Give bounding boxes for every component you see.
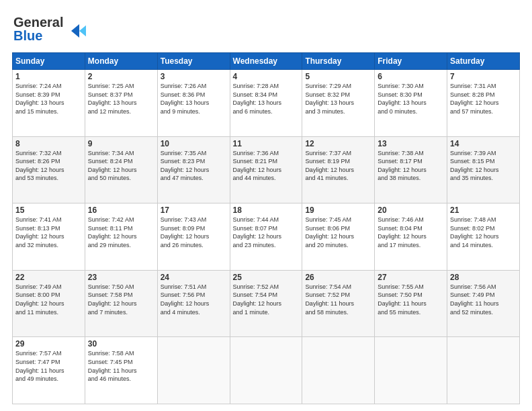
calendar-cell: 20Sunrise: 7:46 AMSunset: 8:04 PMDayligh… [375, 203, 447, 271]
day-info: Sunrise: 7:46 AMSunset: 8:04 PMDaylight:… [378, 216, 444, 249]
weekday-header-monday: Monday [85, 53, 157, 70]
day-info: Sunrise: 7:49 AMSunset: 8:00 PMDaylight:… [15, 283, 82, 316]
calendar-cell: 2Sunrise: 7:25 AMSunset: 8:37 PMDaylight… [85, 70, 157, 137]
day-number: 28 [450, 273, 517, 282]
day-info: Sunrise: 7:52 AMSunset: 7:54 PMDaylight:… [233, 283, 300, 316]
day-info: Sunrise: 7:50 AMSunset: 7:58 PMDaylight:… [88, 283, 154, 316]
day-number: 29 [15, 339, 82, 349]
day-info: Sunrise: 7:36 AMSunset: 8:21 PMDaylight:… [233, 149, 300, 183]
calendar-cell [302, 337, 375, 404]
day-number: 4 [233, 72, 300, 81]
day-info: Sunrise: 7:42 AMSunset: 8:11 PMDaylight:… [88, 216, 154, 249]
calendar-cell: 28Sunrise: 7:56 AMSunset: 7:49 PMDayligh… [447, 270, 520, 337]
day-info: Sunrise: 7:25 AMSunset: 8:37 PMDaylight:… [88, 82, 154, 116]
calendar-cell: 27Sunrise: 7:55 AMSunset: 7:50 PMDayligh… [375, 270, 447, 337]
day-info: Sunrise: 7:39 AMSunset: 8:15 PMDaylight:… [450, 149, 517, 183]
calendar-cell: 6Sunrise: 7:30 AMSunset: 8:30 PMDaylight… [375, 70, 447, 137]
weekday-header-wednesday: Wednesday [230, 53, 302, 70]
day-number: 26 [305, 273, 371, 282]
calendar-cell: 23Sunrise: 7:50 AMSunset: 7:58 PMDayligh… [85, 270, 157, 337]
day-number: 9 [88, 139, 154, 148]
logo-text: General Blue [12, 12, 86, 47]
day-info: Sunrise: 7:45 AMSunset: 8:06 PMDaylight:… [305, 216, 371, 249]
day-number: 25 [233, 273, 300, 282]
day-number: 1 [15, 72, 82, 81]
calendar-cell [157, 337, 230, 404]
calendar-cell: 29Sunrise: 7:57 AMSunset: 7:47 PMDayligh… [13, 337, 85, 404]
day-info: Sunrise: 7:38 AMSunset: 8:17 PMDaylight:… [378, 149, 444, 183]
calendar-cell: 17Sunrise: 7:43 AMSunset: 8:09 PMDayligh… [157, 203, 230, 271]
day-info: Sunrise: 7:55 AMSunset: 7:50 PMDaylight:… [378, 283, 444, 316]
calendar-cell: 13Sunrise: 7:38 AMSunset: 8:17 PMDayligh… [375, 136, 447, 203]
calendar-cell: 21Sunrise: 7:48 AMSunset: 8:02 PMDayligh… [447, 203, 520, 271]
calendar-cell: 8Sunrise: 7:32 AMSunset: 8:26 PMDaylight… [13, 136, 85, 203]
calendar-header-row: SundayMondayTuesdayWednesdayThursdayFrid… [13, 53, 520, 70]
svg-text:General: General [13, 15, 63, 30]
day-number: 19 [305, 205, 371, 215]
day-info: Sunrise: 7:43 AMSunset: 8:09 PMDaylight:… [161, 216, 227, 249]
day-number: 10 [161, 139, 227, 148]
day-info: Sunrise: 7:41 AMSunset: 8:13 PMDaylight:… [15, 216, 82, 249]
calendar-cell: 12Sunrise: 7:37 AMSunset: 8:19 PMDayligh… [302, 136, 375, 203]
day-info: Sunrise: 7:30 AMSunset: 8:30 PMDaylight:… [378, 82, 444, 116]
calendar-table: SundayMondayTuesdayWednesdayThursdayFrid… [12, 52, 520, 404]
day-number: 5 [305, 72, 371, 81]
calendar-cell: 7Sunrise: 7:31 AMSunset: 8:28 PMDaylight… [447, 70, 520, 137]
header: General Blue [12, 12, 520, 47]
page: General Blue SundayMondayTuesdayWednesda… [0, 0, 532, 411]
day-number: 3 [161, 72, 227, 81]
day-info: Sunrise: 7:56 AMSunset: 7:49 PMDaylight:… [450, 283, 517, 316]
day-info: Sunrise: 7:37 AMSunset: 8:19 PMDaylight:… [305, 149, 371, 183]
calendar-cell: 22Sunrise: 7:49 AMSunset: 8:00 PMDayligh… [13, 270, 85, 337]
svg-text:Blue: Blue [13, 28, 42, 43]
day-number: 2 [88, 72, 154, 81]
day-number: 6 [378, 72, 444, 81]
calendar-cell: 4Sunrise: 7:28 AMSunset: 8:34 PMDaylight… [230, 70, 302, 137]
day-number: 7 [450, 72, 517, 81]
calendar-cell: 25Sunrise: 7:52 AMSunset: 7:54 PMDayligh… [230, 270, 302, 337]
calendar-week-3: 15Sunrise: 7:41 AMSunset: 8:13 PMDayligh… [13, 203, 520, 271]
weekday-header-friday: Friday [375, 53, 447, 70]
day-number: 13 [378, 139, 444, 148]
calendar-week-2: 8Sunrise: 7:32 AMSunset: 8:26 PMDaylight… [13, 136, 520, 203]
weekday-header-sunday: Sunday [13, 53, 85, 70]
svg-marker-3 [79, 24, 86, 38]
day-info: Sunrise: 7:24 AMSunset: 8:39 PMDaylight:… [15, 82, 82, 116]
day-number: 24 [161, 273, 227, 282]
day-number: 27 [378, 273, 444, 282]
weekday-header-thursday: Thursday [302, 53, 375, 70]
calendar-week-5: 29Sunrise: 7:57 AMSunset: 7:47 PMDayligh… [13, 337, 520, 404]
calendar-cell [230, 337, 302, 404]
calendar-cell: 26Sunrise: 7:54 AMSunset: 7:52 PMDayligh… [302, 270, 375, 337]
calendar-cell [447, 337, 520, 404]
day-info: Sunrise: 7:44 AMSunset: 8:07 PMDaylight:… [233, 216, 300, 249]
day-number: 16 [88, 205, 154, 215]
day-info: Sunrise: 7:35 AMSunset: 8:23 PMDaylight:… [161, 149, 227, 183]
calendar-cell: 1Sunrise: 7:24 AMSunset: 8:39 PMDaylight… [13, 70, 85, 137]
calendar-cell: 16Sunrise: 7:42 AMSunset: 8:11 PMDayligh… [85, 203, 157, 271]
calendar-cell [375, 337, 447, 404]
day-info: Sunrise: 7:28 AMSunset: 8:34 PMDaylight:… [233, 82, 300, 116]
day-number: 17 [161, 205, 227, 215]
day-info: Sunrise: 7:34 AMSunset: 8:24 PMDaylight:… [88, 149, 154, 183]
weekday-header-tuesday: Tuesday [157, 53, 230, 70]
calendar-week-1: 1Sunrise: 7:24 AMSunset: 8:39 PMDaylight… [13, 70, 520, 137]
day-number: 11 [233, 139, 300, 148]
day-info: Sunrise: 7:51 AMSunset: 7:56 PMDaylight:… [161, 283, 227, 316]
day-number: 8 [15, 139, 82, 148]
day-number: 14 [450, 139, 517, 148]
day-info: Sunrise: 7:32 AMSunset: 8:26 PMDaylight:… [15, 149, 82, 183]
calendar-cell: 30Sunrise: 7:58 AMSunset: 7:45 PMDayligh… [85, 337, 157, 404]
calendar-cell: 18Sunrise: 7:44 AMSunset: 8:07 PMDayligh… [230, 203, 302, 271]
day-info: Sunrise: 7:48 AMSunset: 8:02 PMDaylight:… [450, 216, 517, 249]
day-number: 21 [450, 205, 517, 215]
day-number: 18 [233, 205, 300, 215]
day-number: 23 [88, 273, 154, 282]
day-info: Sunrise: 7:31 AMSunset: 8:28 PMDaylight:… [450, 82, 517, 116]
day-number: 12 [305, 139, 371, 148]
calendar-cell: 14Sunrise: 7:39 AMSunset: 8:15 PMDayligh… [447, 136, 520, 203]
day-number: 20 [378, 205, 444, 215]
calendar-week-4: 22Sunrise: 7:49 AMSunset: 8:00 PMDayligh… [13, 270, 520, 337]
calendar-cell: 11Sunrise: 7:36 AMSunset: 8:21 PMDayligh… [230, 136, 302, 203]
calendar-cell: 5Sunrise: 7:29 AMSunset: 8:32 PMDaylight… [302, 70, 375, 137]
